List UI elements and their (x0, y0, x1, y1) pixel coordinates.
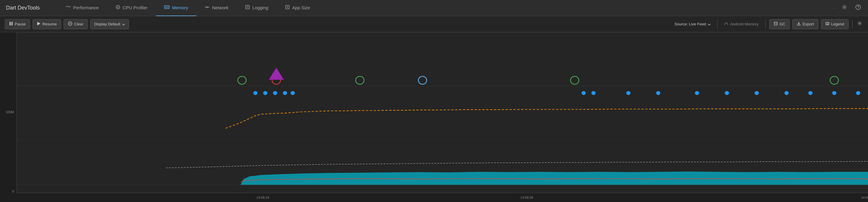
tab-app-size[interactable]: App Size (277, 0, 318, 16)
nav-tabs: Performance CPU Profiler Mem (58, 0, 833, 16)
gc-label: GC (780, 22, 786, 26)
svg-rect-20 (774, 22, 777, 25)
android-memory-button[interactable]: Android Memory (721, 19, 762, 29)
tab-memory-label: Memory (172, 5, 188, 10)
source-chevron-icon (708, 22, 711, 26)
svg-point-49 (784, 91, 788, 95)
performance-icon (66, 5, 71, 11)
tab-logging-label: Logging (252, 5, 268, 10)
tab-performance[interactable]: Performance (58, 0, 107, 16)
svg-rect-16 (12, 22, 13, 25)
svg-point-39 (273, 91, 277, 95)
tab-cpu-profiler[interactable]: CPU Profiler (107, 0, 156, 16)
svg-point-40 (283, 91, 287, 95)
chart-container: 100M 0 (0, 32, 868, 202)
toolbar-right: Source: Live Feed Android Memory (672, 19, 863, 29)
source-label: Source: Live Feed (675, 22, 706, 26)
svg-marker-36 (269, 67, 284, 80)
svg-rect-6 (246, 5, 249, 9)
android-memory-label: Android Memory (730, 22, 758, 26)
chart-area[interactable] (17, 32, 868, 193)
legend-label: Legend (831, 22, 844, 26)
tab-performance-label: Performance (73, 5, 99, 10)
y-label-0: 0 (12, 190, 14, 193)
help-button[interactable] (854, 3, 862, 12)
svg-point-50 (808, 91, 812, 95)
y-axis: 100M 0 (0, 32, 17, 193)
y-label-100m: 100M (6, 110, 14, 114)
svg-point-25 (859, 23, 861, 24)
chevron-down-icon (122, 22, 125, 26)
x-label-mid: 14:08:38 (520, 196, 533, 199)
app-title: Dart DevTools (6, 5, 40, 11)
gc-icon (774, 22, 778, 27)
svg-marker-17 (37, 22, 40, 25)
svg-point-41 (291, 91, 295, 95)
svg-point-42 (582, 91, 586, 95)
display-default-label: Display Default (94, 22, 120, 26)
x-axis: 14:08:18 14:08:38 14:08:59 (17, 193, 868, 202)
clear-icon (68, 22, 72, 27)
svg-point-12 (843, 6, 845, 8)
tab-logging[interactable]: Logging (237, 0, 276, 16)
svg-point-45 (656, 91, 660, 95)
logging-icon (245, 5, 250, 11)
svg-point-33 (830, 76, 838, 84)
tab-network[interactable]: Network (196, 0, 237, 16)
svg-point-31 (356, 76, 364, 84)
tab-app-size-label: App Size (292, 5, 310, 10)
separator-3 (852, 20, 852, 29)
gc-button[interactable]: GC (769, 19, 790, 29)
pause-label: Pause (14, 22, 26, 26)
svg-point-30 (238, 76, 246, 84)
top-nav: Dart DevTools Performance CPU Profiler (0, 0, 868, 16)
clear-button[interactable]: Clear (64, 19, 88, 29)
svg-point-52 (856, 91, 860, 95)
svg-rect-2 (165, 6, 166, 8)
legend-button[interactable]: Legend (821, 19, 848, 29)
svg-rect-15 (9, 22, 11, 25)
svg-point-14 (858, 8, 859, 9)
x-label-end: 14:08:59 (861, 196, 868, 199)
export-button[interactable]: Export (792, 19, 818, 29)
toolbar: Pause Resume Clear Display Default (0, 16, 868, 32)
display-default-dropdown[interactable]: Display Default (90, 19, 129, 29)
clear-label: Clear (74, 22, 83, 26)
separator-1 (717, 20, 718, 29)
chart-svg (17, 32, 868, 193)
x-label-start: 14:08:18 (256, 196, 269, 199)
network-icon (205, 5, 210, 11)
svg-point-34 (418, 76, 427, 84)
svg-point-43 (591, 91, 595, 95)
memory-icon (164, 5, 169, 11)
svg-point-51 (832, 91, 836, 95)
svg-point-38 (263, 91, 268, 95)
cpu-icon (116, 5, 120, 11)
export-label: Export (803, 22, 814, 26)
chart-settings-button[interactable] (856, 20, 863, 28)
pause-button[interactable]: Pause (5, 19, 30, 29)
svg-rect-22 (826, 22, 829, 25)
tab-network-label: Network (212, 5, 228, 10)
resume-label: Resume (42, 22, 57, 26)
svg-point-48 (754, 91, 759, 95)
app-size-icon (285, 5, 290, 11)
svg-point-32 (570, 76, 579, 84)
svg-point-47 (725, 91, 729, 95)
tab-memory[interactable]: Memory (156, 0, 196, 16)
export-icon (797, 22, 801, 27)
resume-button[interactable]: Resume (33, 19, 61, 29)
svg-rect-3 (166, 6, 167, 8)
separator-2 (765, 20, 766, 29)
resume-icon (37, 22, 40, 27)
pause-icon (9, 22, 13, 27)
svg-point-37 (253, 91, 257, 95)
tab-cpu-profiler-label: CPU Profiler (123, 5, 148, 10)
svg-point-46 (695, 91, 699, 95)
nav-right: · (833, 3, 862, 12)
settings-button[interactable] (841, 3, 848, 12)
svg-rect-4 (168, 6, 168, 8)
android-memory-icon (724, 22, 728, 27)
source-select[interactable]: Source: Live Feed (672, 19, 714, 29)
legend-icon (825, 22, 830, 27)
